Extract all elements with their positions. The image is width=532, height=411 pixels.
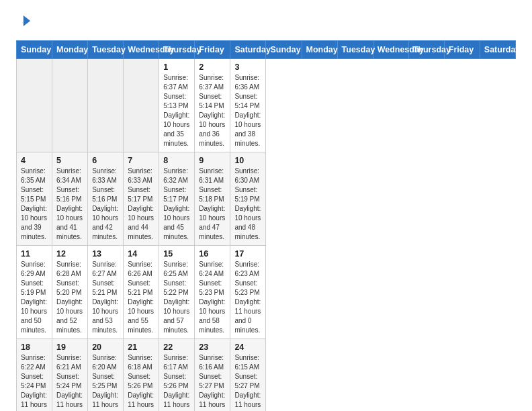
day-detail: Sunrise: 6:21 AMSunset: 5:24 PMDaylight:… — [56, 353, 83, 411]
day-number: 20 — [92, 342, 119, 352]
day-detail: Sunrise: 6:33 AMSunset: 5:17 PMDaylight:… — [128, 167, 154, 242]
day-number: 15 — [163, 249, 190, 259]
calendar-cell: 8Sunrise: 6:32 AMSunset: 5:17 PMDaylight… — [159, 152, 195, 246]
calendar-table: SundayMondayTuesdayWednesdayThursdayFrid… — [16, 40, 516, 411]
calendar-cell — [124, 59, 159, 152]
day-detail: Sunrise: 6:23 AMSunset: 5:23 PMDaylight:… — [234, 260, 261, 335]
day-detail: Sunrise: 6:37 AMSunset: 5:14 PMDaylight:… — [199, 73, 226, 148]
calendar-cell: 6Sunrise: 6:33 AMSunset: 5:16 PMDaylight… — [88, 152, 124, 246]
calendar-week-row: 1Sunrise: 6:37 AMSunset: 5:13 PMDaylight… — [17, 59, 516, 152]
day-detail: Sunrise: 6:37 AMSunset: 5:13 PMDaylight:… — [163, 73, 190, 148]
day-number: 17 — [234, 249, 261, 259]
day-number: 23 — [199, 342, 226, 352]
calendar-cell: 3Sunrise: 6:36 AMSunset: 5:14 PMDaylight… — [230, 59, 266, 152]
calendar-cell: 23Sunrise: 6:16 AMSunset: 5:27 PMDayligh… — [195, 339, 230, 412]
calendar-cell: 14Sunrise: 6:26 AMSunset: 5:21 PMDayligh… — [124, 246, 159, 339]
calendar-cell: 10Sunrise: 6:30 AMSunset: 5:19 PMDayligh… — [230, 152, 266, 246]
day-header-tuesday: Tuesday — [337, 41, 373, 59]
day-number: 18 — [21, 342, 48, 352]
calendar-cell: 20Sunrise: 6:20 AMSunset: 5:25 PMDayligh… — [88, 339, 124, 412]
logo — [16, 13, 34, 31]
day-header-tuesday: Tuesday — [88, 41, 124, 59]
day-header-saturday: Saturday — [480, 41, 515, 59]
calendar-week-row: 11Sunrise: 6:29 AMSunset: 5:19 PMDayligh… — [17, 246, 516, 339]
day-detail: Sunrise: 6:24 AMSunset: 5:23 PMDaylight:… — [199, 260, 226, 335]
calendar-cell: 22Sunrise: 6:17 AMSunset: 5:26 PMDayligh… — [159, 339, 195, 412]
day-header-wednesday: Wednesday — [373, 41, 408, 59]
day-number: 8 — [163, 156, 190, 165]
day-detail: Sunrise: 6:18 AMSunset: 5:26 PMDaylight:… — [128, 353, 154, 411]
calendar-cell — [17, 59, 52, 152]
day-header-sunday: Sunday — [17, 41, 52, 59]
day-number: 11 — [21, 249, 48, 259]
day-header-friday: Friday — [195, 41, 230, 59]
calendar-cell: 7Sunrise: 6:33 AMSunset: 5:17 PMDaylight… — [124, 152, 159, 246]
day-header-monday: Monday — [302, 41, 337, 59]
day-detail: Sunrise: 6:20 AMSunset: 5:25 PMDaylight:… — [92, 353, 119, 411]
day-number: 4 — [21, 156, 48, 165]
day-detail: Sunrise: 6:31 AMSunset: 5:18 PMDaylight:… — [199, 167, 226, 242]
calendar-week-row: 18Sunrise: 6:22 AMSunset: 5:24 PMDayligh… — [17, 339, 516, 412]
calendar-cell: 21Sunrise: 6:18 AMSunset: 5:26 PMDayligh… — [124, 339, 159, 412]
day-number: 2 — [199, 62, 226, 72]
calendar-cell: 4Sunrise: 6:35 AMSunset: 5:15 PMDaylight… — [17, 152, 52, 246]
calendar-cell: 13Sunrise: 6:27 AMSunset: 5:21 PMDayligh… — [88, 246, 124, 339]
day-header-thursday: Thursday — [159, 41, 195, 59]
day-number: 19 — [56, 342, 83, 352]
day-number: 21 — [128, 342, 154, 352]
day-detail: Sunrise: 6:26 AMSunset: 5:21 PMDaylight:… — [128, 260, 154, 335]
day-detail: Sunrise: 6:27 AMSunset: 5:21 PMDaylight:… — [92, 260, 119, 335]
calendar-cell: 2Sunrise: 6:37 AMSunset: 5:14 PMDaylight… — [195, 59, 230, 152]
day-header-thursday: Thursday — [408, 41, 444, 59]
day-detail: Sunrise: 6:33 AMSunset: 5:16 PMDaylight:… — [92, 167, 119, 242]
day-number: 7 — [128, 156, 154, 165]
day-detail: Sunrise: 6:22 AMSunset: 5:24 PMDaylight:… — [21, 353, 48, 411]
day-number: 24 — [234, 342, 261, 352]
calendar-cell — [88, 59, 124, 152]
day-detail: Sunrise: 6:34 AMSunset: 5:16 PMDaylight:… — [56, 167, 83, 242]
calendar-header-row: SundayMondayTuesdayWednesdayThursdayFrid… — [17, 41, 516, 59]
day-number: 3 — [234, 62, 261, 72]
day-number: 6 — [92, 156, 119, 165]
page-header — [16, 13, 516, 31]
calendar-cell: 5Sunrise: 6:34 AMSunset: 5:16 PMDaylight… — [52, 152, 88, 246]
day-number: 13 — [92, 249, 119, 259]
day-detail: Sunrise: 6:29 AMSunset: 5:19 PMDaylight:… — [21, 260, 48, 335]
day-number: 16 — [199, 249, 226, 259]
logo-icon — [17, 13, 32, 28]
day-detail: Sunrise: 6:32 AMSunset: 5:17 PMDaylight:… — [163, 167, 190, 242]
calendar-cell: 11Sunrise: 6:29 AMSunset: 5:19 PMDayligh… — [17, 246, 52, 339]
day-detail: Sunrise: 6:30 AMSunset: 5:19 PMDaylight:… — [234, 167, 261, 242]
calendar-cell: 24Sunrise: 6:15 AMSunset: 5:27 PMDayligh… — [230, 339, 266, 412]
day-header-wednesday: Wednesday — [124, 41, 159, 59]
day-number: 1 — [163, 62, 190, 72]
day-header-sunday: Sunday — [266, 41, 302, 59]
day-header-saturday: Saturday — [230, 41, 266, 59]
day-number: 9 — [199, 156, 226, 165]
day-header-monday: Monday — [52, 41, 88, 59]
calendar-cell: 15Sunrise: 6:25 AMSunset: 5:22 PMDayligh… — [159, 246, 195, 339]
calendar-cell: 16Sunrise: 6:24 AMSunset: 5:23 PMDayligh… — [195, 246, 230, 339]
day-detail: Sunrise: 6:15 AMSunset: 5:27 PMDaylight:… — [234, 353, 261, 411]
calendar-cell: 1Sunrise: 6:37 AMSunset: 5:13 PMDaylight… — [159, 59, 195, 152]
day-detail: Sunrise: 6:25 AMSunset: 5:22 PMDaylight:… — [163, 260, 190, 335]
day-detail: Sunrise: 6:16 AMSunset: 5:27 PMDaylight:… — [199, 353, 226, 411]
day-number: 10 — [234, 156, 261, 165]
day-number: 5 — [56, 156, 83, 165]
calendar-cell — [52, 59, 88, 152]
calendar-cell: 9Sunrise: 6:31 AMSunset: 5:18 PMDaylight… — [195, 152, 230, 246]
day-detail: Sunrise: 6:17 AMSunset: 5:26 PMDaylight:… — [163, 353, 190, 411]
day-number: 22 — [163, 342, 190, 352]
day-detail: Sunrise: 6:36 AMSunset: 5:14 PMDaylight:… — [234, 73, 261, 148]
calendar-cell: 19Sunrise: 6:21 AMSunset: 5:24 PMDayligh… — [52, 339, 88, 412]
day-number: 14 — [128, 249, 154, 259]
day-detail: Sunrise: 6:35 AMSunset: 5:15 PMDaylight:… — [21, 167, 48, 242]
day-detail: Sunrise: 6:28 AMSunset: 5:20 PMDaylight:… — [56, 260, 83, 335]
calendar-cell: 18Sunrise: 6:22 AMSunset: 5:24 PMDayligh… — [17, 339, 52, 412]
day-number: 12 — [56, 249, 83, 259]
calendar-week-row: 4Sunrise: 6:35 AMSunset: 5:15 PMDaylight… — [17, 152, 516, 246]
calendar-cell: 17Sunrise: 6:23 AMSunset: 5:23 PMDayligh… — [230, 246, 266, 339]
day-header-friday: Friday — [444, 41, 480, 59]
svg-marker-0 — [24, 15, 30, 26]
calendar-cell: 12Sunrise: 6:28 AMSunset: 5:20 PMDayligh… — [52, 246, 88, 339]
